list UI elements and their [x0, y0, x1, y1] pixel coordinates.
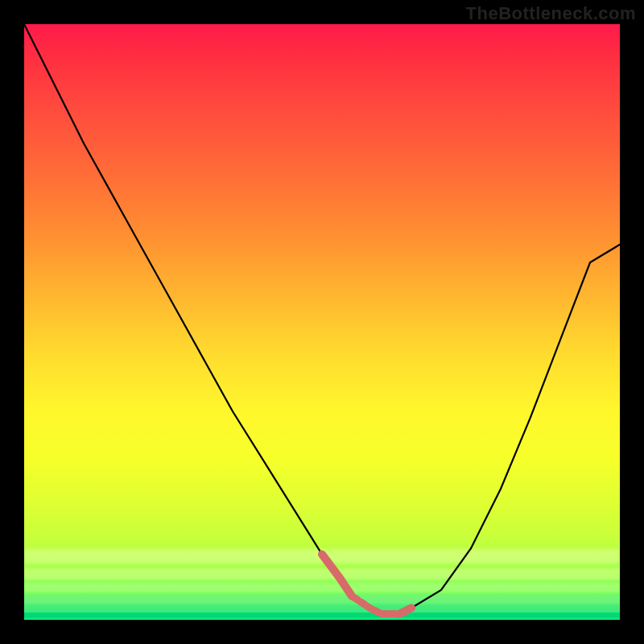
- curve-svg: [24, 24, 620, 620]
- plot-area: [24, 24, 620, 620]
- highlight-segment-right: [399, 608, 411, 613]
- chart-frame: TheBottleneck.com: [0, 0, 644, 644]
- highlight-segment-mid: [340, 578, 411, 613]
- curve-line: [24, 24, 620, 614]
- watermark-text: TheBottleneck.com: [466, 3, 636, 24]
